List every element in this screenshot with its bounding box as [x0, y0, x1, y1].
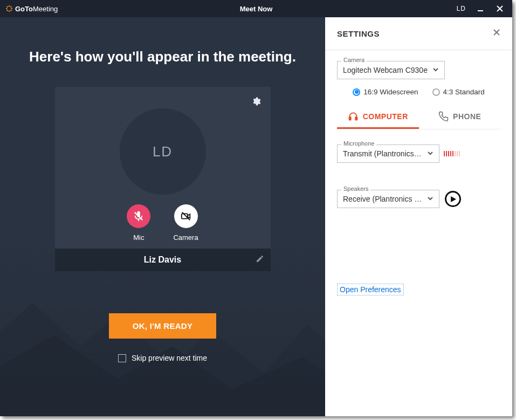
display-name: Liz Davis	[144, 255, 181, 265]
tab-computer-audio[interactable]: COMPUTER	[337, 106, 419, 129]
aspect-widescreen-radio[interactable]: 16:9 Widescreen	[353, 88, 418, 96]
play-icon	[450, 196, 456, 202]
svg-point-3	[11, 8, 12, 10]
avatar: LD	[120, 108, 206, 195]
radio-icon	[353, 88, 360, 96]
settings-close-button[interactable]	[493, 29, 500, 38]
svg-point-6	[6, 10, 8, 11]
tab-computer-label: COMPUTER	[363, 112, 408, 121]
mic-legend: Microphone	[341, 140, 376, 147]
close-icon	[493, 29, 500, 36]
preview-panel: Here's how you'll appear in the meeting.…	[0, 17, 325, 416]
mic-muted-icon	[133, 210, 145, 222]
tab-phone-label: PHONE	[453, 112, 481, 121]
mic-level-meter	[444, 151, 460, 156]
camera-toggle-button[interactable]	[174, 204, 198, 228]
gear-icon	[251, 97, 261, 106]
brand-light: Meeting	[33, 5, 58, 13]
minimize-button[interactable]	[476, 4, 485, 13]
window-title: Meet Now	[0, 5, 512, 13]
speakers-select[interactable]: Receive (Plantronics Savi ...	[337, 190, 439, 208]
aspect-wide-label: 16:9 Widescreen	[363, 88, 418, 96]
camera-off-icon	[180, 210, 192, 222]
camera-select[interactable]: Logitech Webcam C930e	[337, 61, 445, 79]
close-button[interactable]	[495, 4, 505, 13]
skip-preview-checkbox[interactable]: Skip preview next time	[118, 354, 207, 362]
test-speakers-button[interactable]	[445, 191, 461, 207]
svg-rect-18	[355, 117, 357, 120]
camera-label: Camera	[173, 233, 198, 242]
edit-name-button[interactable]	[256, 254, 264, 265]
svg-marker-19	[451, 196, 456, 202]
radio-icon	[432, 88, 440, 96]
checkbox-icon	[118, 354, 126, 362]
open-preferences-link[interactable]: Open Preferences	[337, 284, 404, 295]
aspect-standard-radio[interactable]: 4:3 Standard	[432, 88, 485, 96]
display-name-bar: Liz Davis	[55, 249, 271, 271]
camera-field: Camera Logitech Webcam C930e	[337, 61, 500, 79]
microphone-field: Microphone Transmit (Plantronics Savi...	[337, 144, 439, 163]
svg-point-4	[6, 6, 8, 8]
headset-icon	[348, 111, 359, 122]
tab-phone-audio[interactable]: PHONE	[419, 106, 501, 129]
divider	[337, 129, 500, 129]
pencil-icon	[256, 254, 264, 263]
svg-point-5	[10, 6, 12, 8]
user-initials: LD	[457, 5, 466, 12]
svg-point-0	[9, 5, 10, 7]
spk-value: Receive (Plantronics Savi ...	[343, 195, 423, 203]
spk-legend: Speakers	[341, 185, 370, 192]
divider	[325, 50, 512, 50]
svg-point-2	[6, 8, 8, 10]
preview-card: LD Mic Camera	[55, 87, 271, 271]
svg-rect-17	[349, 117, 350, 120]
chevron-down-icon	[432, 66, 439, 74]
app-brand: GoToMeeting	[0, 5, 58, 13]
brand-bold: GoTo	[15, 5, 33, 13]
gotomeeting-logo-icon	[5, 5, 13, 12]
camera-value: Logitech Webcam C930e	[343, 66, 428, 74]
mic-toggle-button[interactable]	[127, 204, 150, 228]
titlebar: GoToMeeting Meet Now LD	[0, 0, 512, 17]
camera-legend: Camera	[341, 57, 367, 63]
preview-settings-button[interactable]	[249, 94, 263, 108]
settings-panel: SETTINGS Camera Logitech Webcam C930e 16…	[325, 17, 512, 416]
speakers-field: Speakers Receive (Plantronics Savi ...	[337, 190, 439, 208]
mic-label: Mic	[133, 233, 144, 242]
ready-button[interactable]: OK, I'M READY	[109, 313, 217, 339]
skip-label: Skip preview next time	[132, 354, 207, 362]
mic-value: Transmit (Plantronics Savi...	[343, 149, 423, 158]
svg-point-7	[10, 10, 12, 11]
microphone-select[interactable]: Transmit (Plantronics Savi...	[337, 144, 439, 163]
chevron-down-icon	[427, 195, 434, 203]
preview-headline: Here's how you'll appear in the meeting.	[29, 49, 296, 65]
aspect-std-label: 4:3 Standard	[443, 88, 485, 96]
svg-point-1	[9, 10, 10, 12]
chevron-down-icon	[427, 149, 434, 158]
settings-heading: SETTINGS	[337, 29, 380, 38]
phone-icon	[438, 111, 449, 122]
